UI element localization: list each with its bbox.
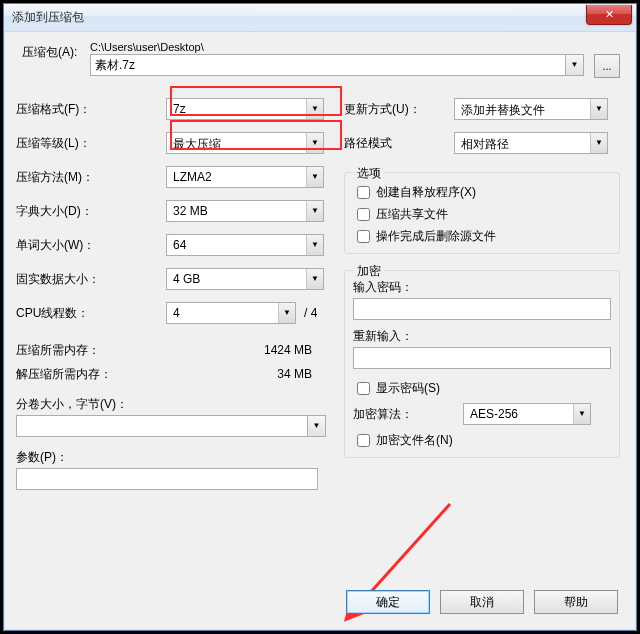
algo-combo[interactable]: AES-256 ▼ xyxy=(463,403,591,425)
right-column: 更新方式(U)： 添加并替换文件 ▼ 路径模式 相对路径 ▼ xyxy=(326,92,630,490)
chevron-down-icon: ▼ xyxy=(306,201,323,221)
help-button[interactable]: 帮助 xyxy=(534,590,618,614)
show-password-row[interactable]: 显示密码(S) xyxy=(353,377,611,399)
close-button[interactable]: ✕ xyxy=(586,5,632,25)
cpu-label: CPU线程数： xyxy=(16,305,166,322)
archive-path-label: 压缩包(A): xyxy=(16,44,86,61)
mem-comp-label: 压缩所需内存： xyxy=(16,342,166,359)
solid-label: 固实数据大小： xyxy=(16,271,166,288)
cancel-button[interactable]: 取消 xyxy=(440,590,524,614)
params-input[interactable] xyxy=(16,468,318,490)
opt-sfx-row[interactable]: 创建自释放程序(X) xyxy=(353,181,611,203)
close-icon: ✕ xyxy=(605,8,614,20)
archive-path-prefix: C:\Users\user\Desktop\ xyxy=(90,41,620,54)
dialog-window: 添加到压缩包 ✕ 压缩包(A): C:\Users\user\Desktop\ … xyxy=(3,3,637,631)
chevron-down-icon: ▼ xyxy=(573,404,590,424)
encrypt-names-row[interactable]: 加密文件名(N) xyxy=(353,429,611,451)
chevron-down-icon: ▼ xyxy=(306,99,323,119)
level-combo[interactable]: 最大压缩 ▼ xyxy=(166,132,324,154)
client-area: 压缩包(A): C:\Users\user\Desktop\ ▼ ... xyxy=(10,34,630,624)
show-password-checkbox[interactable] xyxy=(357,382,370,395)
method-combo[interactable]: LZMA2 ▼ xyxy=(166,166,324,188)
format-label: 压缩格式(F)： xyxy=(16,101,166,118)
word-label: 单词大小(W)： xyxy=(16,237,166,254)
encrypt-group: 加密 输入密码： 重新输入： 显示密码(S) 加密算法： AES-256 xyxy=(344,270,620,458)
dict-combo[interactable]: 32 MB ▼ xyxy=(166,200,324,222)
chevron-down-icon: ▼ xyxy=(306,269,323,289)
opt-sfx-checkbox[interactable] xyxy=(357,186,370,199)
mem-decomp-label: 解压缩所需内存： xyxy=(16,366,166,383)
chevron-down-icon: ▼ xyxy=(278,303,295,323)
pwd2-label: 重新输入： xyxy=(353,328,611,345)
update-combo[interactable]: 添加并替换文件 ▼ xyxy=(454,98,608,120)
algo-label: 加密算法： xyxy=(353,406,463,423)
encrypt-names-checkbox[interactable] xyxy=(357,434,370,447)
options-group: 选项 创建自释放程序(X) 压缩共享文件 操作完成后删除源文件 xyxy=(344,172,620,254)
dialog-buttons: 确定 取消 帮助 xyxy=(346,590,618,614)
svg-line-0 xyxy=(360,504,450,604)
split-label: 分卷大小，字节(V)： xyxy=(16,396,326,413)
chevron-down-icon: ▼ xyxy=(306,167,323,187)
window-title: 添加到压缩包 xyxy=(12,9,84,26)
ok-button[interactable]: 确定 xyxy=(346,590,430,614)
opt-delete-row[interactable]: 操作完成后删除源文件 xyxy=(353,225,611,247)
chevron-down-icon: ▼ xyxy=(306,133,323,153)
password-input[interactable] xyxy=(353,298,611,320)
mem-decomp-value: 34 MB xyxy=(166,367,326,381)
opt-share-row[interactable]: 压缩共享文件 xyxy=(353,203,611,225)
solid-combo[interactable]: 4 GB ▼ xyxy=(166,268,324,290)
split-dropdown-icon[interactable]: ▼ xyxy=(308,415,326,437)
word-combo[interactable]: 64 ▼ xyxy=(166,234,324,256)
format-combo[interactable]: 7z ▼ xyxy=(166,98,324,120)
level-label: 压缩等级(L)： xyxy=(16,135,166,152)
dict-label: 字典大小(D)： xyxy=(16,203,166,220)
options-legend: 选项 xyxy=(353,165,385,182)
params-label: 参数(P)： xyxy=(16,449,326,466)
chevron-down-icon: ▼ xyxy=(590,133,607,153)
chevron-down-icon: ▼ xyxy=(306,235,323,255)
opt-delete-checkbox[interactable] xyxy=(357,230,370,243)
left-column: 压缩格式(F)： 7z ▼ 压缩等级(L)： 最大压缩 ▼ xyxy=(10,92,326,490)
cpu-combo[interactable]: 4 ▼ xyxy=(166,302,296,324)
cpu-total-label: / 4 xyxy=(304,306,317,320)
pathmode-label: 路径模式 xyxy=(344,135,454,152)
update-label: 更新方式(U)： xyxy=(344,101,454,118)
archive-file-input[interactable] xyxy=(90,54,566,76)
encrypt-legend: 加密 xyxy=(353,263,385,280)
split-size-input[interactable] xyxy=(16,415,308,437)
archive-file-dropdown-icon[interactable]: ▼ xyxy=(566,54,584,76)
opt-share-checkbox[interactable] xyxy=(357,208,370,221)
titlebar: 添加到压缩包 ✕ xyxy=(4,4,636,32)
chevron-down-icon: ▼ xyxy=(590,99,607,119)
browse-button[interactable]: ... xyxy=(594,54,620,78)
pwd-label: 输入密码： xyxy=(353,279,611,296)
mem-comp-value: 1424 MB xyxy=(166,343,326,357)
method-label: 压缩方法(M)： xyxy=(16,169,166,186)
password-confirm-input[interactable] xyxy=(353,347,611,369)
pathmode-combo[interactable]: 相对路径 ▼ xyxy=(454,132,608,154)
